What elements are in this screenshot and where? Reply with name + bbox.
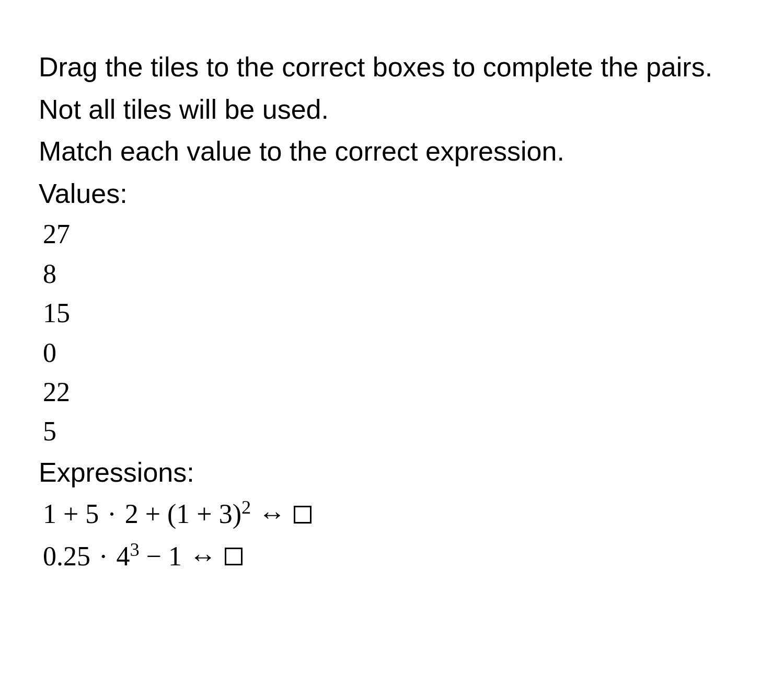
expr-part: 0.25 [43, 541, 90, 571]
expression-text: 0.25·43 − 1 [43, 536, 182, 578]
value-tile[interactable]: 0 [43, 333, 745, 372]
answer-drop-box[interactable] [225, 548, 243, 565]
answer-drop-box[interactable] [294, 506, 312, 524]
instruction-text-2: Match each value to the correct expressi… [39, 130, 745, 173]
expr-part: 2 + (1 + 3) [125, 499, 241, 529]
maps-to-arrow-icon: ↔ [258, 493, 285, 536]
expr-superscript: 3 [130, 539, 139, 560]
values-heading: Values: [39, 173, 745, 215]
dot-operator-icon: · [109, 499, 116, 529]
expr-part: − 1 [140, 541, 182, 571]
expression-row: 1 + 5·2 + (1 + 3)2 ↔ [43, 493, 745, 536]
expr-part: 4 [116, 541, 130, 571]
value-tile[interactable]: 22 [43, 372, 745, 412]
expr-superscript: 2 [241, 497, 251, 518]
values-list: 27 8 15 0 22 5 [39, 214, 745, 451]
expr-part: 1 + 5 [43, 499, 99, 529]
value-tile[interactable]: 15 [43, 293, 745, 333]
question-page: Drag the tiles to the correct boxes to c… [0, 0, 784, 578]
maps-to-arrow-icon: ↔ [189, 536, 216, 578]
expressions-heading: Expressions: [39, 451, 745, 494]
expressions-list: 1 + 5·2 + (1 + 3)2 ↔ 0.25·43 − 1 ↔ [39, 493, 745, 577]
value-tile[interactable]: 5 [43, 412, 745, 451]
expression-text: 1 + 5·2 + (1 + 3)2 [43, 493, 251, 536]
expression-row: 0.25·43 − 1 ↔ [43, 536, 745, 578]
value-tile[interactable]: 27 [43, 214, 745, 254]
dot-operator-icon: · [100, 541, 107, 571]
instruction-text-1: Drag the tiles to the correct boxes to c… [39, 46, 745, 130]
value-tile[interactable]: 8 [43, 254, 745, 293]
